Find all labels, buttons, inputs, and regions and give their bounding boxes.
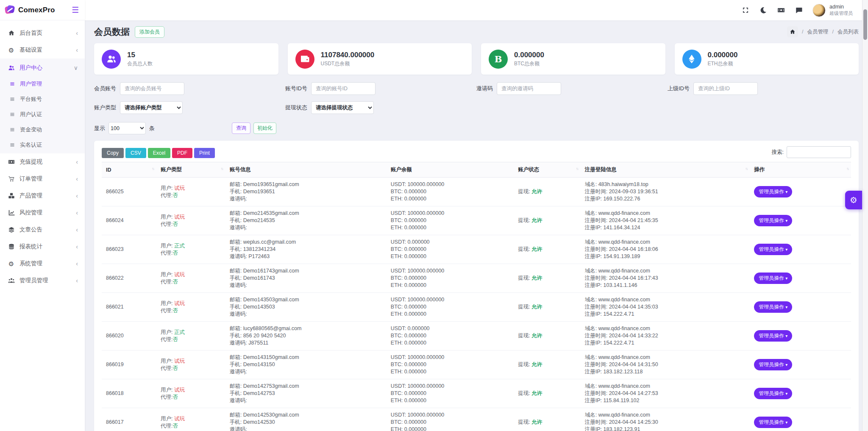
page-size-select[interactable]: 100: [108, 122, 146, 134]
breadcrumb-member-management[interactable]: 会员管理: [807, 28, 829, 36]
pdf-button[interactable]: PDF: [172, 148, 192, 158]
unit-label: 条: [149, 125, 155, 132]
cell-balance: USDT: 0.000000 BTC: 0.000000 ETH: 0.0000…: [387, 322, 514, 350]
app-root: ComexPro ☰ 后台首页 ‹ ⚙ 基础设置 ‹ 用户中心 ∨: [0, 0, 868, 431]
admin-action-button[interactable]: 管理员操作▾: [754, 273, 792, 284]
settings-fab-gear-icon[interactable]: ⚙: [845, 191, 862, 209]
column-header-account-type[interactable]: 账户类型↑↓: [156, 162, 225, 178]
sidebar: ComexPro ☰ 后台首页 ‹ ⚙ 基础设置 ‹ 用户中心 ∨: [0, 0, 85, 431]
register-ip-value: 183.182.123.118: [603, 369, 643, 375]
account-id-label: 账号ID号: [285, 85, 307, 92]
cell-account-type: 用户: 试玩 代理:否: [156, 178, 225, 206]
search-input[interactable]: [787, 146, 851, 158]
sidebar-item-articles[interactable]: 文章公告 ‹: [0, 221, 85, 238]
admin-action-button[interactable]: 管理员操作▾: [754, 388, 792, 399]
user-type-value: 试玩: [174, 272, 185, 278]
print-button[interactable]: Print: [194, 148, 215, 158]
withdraw-status-value: 允许: [531, 333, 542, 339]
sidebar-item-user-verification[interactable]: 用户认证: [0, 107, 85, 122]
query-button[interactable]: 查询: [232, 122, 250, 134]
withdraw-status-select[interactable]: 请选择提现状态: [311, 101, 374, 114]
invite-code-label: 邀请码: [476, 85, 493, 92]
admin-action-button[interactable]: 管理员操作▾: [754, 301, 792, 313]
agent-value: 否: [173, 394, 178, 400]
users-icon: [102, 50, 121, 69]
cell-account-info: 邮箱: Demo214535gmail.com 手机: Demo214535 邀…: [225, 206, 387, 235]
cubes-icon: [8, 192, 15, 200]
parent-id-input[interactable]: [693, 82, 758, 95]
agent-value: 否: [173, 250, 178, 256]
menu-toggle-icon[interactable]: ☰: [72, 5, 79, 15]
sidebar-item-product-management[interactable]: 产品管理 ‹: [0, 187, 85, 204]
list-icon: [8, 111, 16, 118]
phone-value: Demo214535: [243, 217, 275, 223]
sort-icon[interactable]: ↑↓: [221, 167, 223, 171]
scrollbar-thumb[interactable]: [863, 9, 867, 40]
email-value: Demo214535gmail.com: [243, 210, 299, 216]
cell-actions: 管理员操作▾: [750, 264, 851, 293]
page-scrollbar[interactable]: [862, 0, 868, 431]
register-time-value: 2024-04-04 14:31:50: [609, 361, 658, 367]
account-id-input[interactable]: [311, 82, 376, 95]
column-header-id[interactable]: ID↑↓: [102, 162, 156, 178]
admin-action-button[interactable]: 管理员操作▾: [754, 417, 792, 428]
sidebar-item-system-management[interactable]: ⚙ 系统管理 ‹: [0, 255, 85, 272]
usdt-value: 0.000000: [407, 239, 429, 245]
account-type-select[interactable]: 请选择账户类型: [120, 101, 183, 114]
chevron-left-icon: ‹: [76, 244, 78, 250]
invite-code-input[interactable]: [497, 82, 561, 95]
btc-value: 0.000000: [404, 304, 426, 310]
csv-button[interactable]: CSV: [125, 148, 146, 158]
member-account-input[interactable]: [120, 82, 184, 95]
register-time-value: 2024-09-03 19:36:51: [609, 189, 658, 195]
copy-button[interactable]: Copy: [102, 148, 124, 158]
breadcrumb-home-icon[interactable]: [787, 26, 798, 37]
excel-button[interactable]: Excel: [148, 148, 170, 158]
cell-account-type: 用户: 试玩 代理:否: [156, 408, 225, 431]
sort-icon[interactable]: ↑↓: [576, 167, 578, 171]
column-header-status[interactable]: 账户状态↑↓: [514, 162, 580, 178]
sidebar-item-admin-management[interactable]: 管理员管理 ‹: [0, 272, 85, 289]
add-member-button[interactable]: 添加会员: [135, 26, 164, 38]
moon-icon[interactable]: [759, 6, 768, 14]
brand[interactable]: ComexPro: [5, 5, 55, 15]
chevron-down-icon: ∨: [74, 65, 78, 71]
admin-action-button[interactable]: 管理员操作▾: [754, 186, 792, 197]
reset-button[interactable]: 初始化: [253, 122, 276, 134]
column-header-actions[interactable]: 操作↑↓: [750, 162, 851, 178]
sort-icon[interactable]: ↑↓: [745, 167, 747, 171]
sidebar-item-realname-verification[interactable]: 实名认证: [0, 137, 85, 153]
cell-id: 866022: [102, 264, 156, 293]
admin-action-button[interactable]: 管理员操作▾: [754, 330, 792, 342]
fullscreen-icon[interactable]: [741, 6, 750, 14]
admin-action-button[interactable]: 管理员操作▾: [754, 244, 792, 255]
sidebar-item-deposit-withdraw[interactable]: 充值提现 ‹: [0, 153, 85, 170]
column-header-register-info[interactable]: 注册登陆信息↑↓: [581, 162, 750, 178]
sidebar-item-dashboard[interactable]: 后台首页 ‹: [0, 25, 85, 42]
cell-actions: 管理员操作▾: [750, 206, 851, 235]
sidebar-item-label: 基础设置: [19, 46, 42, 54]
chat-icon[interactable]: [795, 6, 803, 14]
sidebar-item-order-management[interactable]: 订单管理 ‹: [0, 170, 85, 187]
sidebar-item-user-center[interactable]: 用户中心 ∨: [0, 59, 85, 76]
domain-value: www.qdd-finance.com: [598, 325, 650, 331]
sidebar-item-platform-accounts[interactable]: 平台账号: [0, 92, 85, 107]
sidebar-item-risk-management[interactable]: 风控管理 ‹: [0, 204, 85, 221]
sort-icon[interactable]: ↑↓: [152, 167, 154, 171]
phone-value: 13812341234: [243, 246, 275, 252]
money-icon[interactable]: [777, 6, 785, 14]
list-icon: [8, 96, 16, 103]
cell-actions: 管理员操作▾: [750, 350, 851, 379]
sidebar-item-basic-settings[interactable]: ⚙ 基础设置 ‹: [0, 42, 85, 58]
user-menu[interactable]: admin 超级管理员: [812, 4, 853, 17]
register-ip-value: 103.141.1.146: [603, 282, 637, 288]
usdt-value: 100000.000000: [407, 354, 444, 360]
admin-action-button[interactable]: 管理员操作▾: [754, 215, 792, 226]
sort-icon[interactable]: ↑↓: [846, 167, 849, 171]
cell-account-type: 用户: 试玩 代理:否: [156, 206, 225, 235]
sidebar-item-user-management[interactable]: 用户管理: [0, 76, 85, 92]
breadcrumb-member-list[interactable]: 会员列表: [837, 28, 859, 36]
sidebar-item-fund-changes[interactable]: 资金变动: [0, 122, 85, 137]
admin-action-button[interactable]: 管理员操作▾: [754, 359, 792, 370]
sidebar-item-reports[interactable]: 报表统计 ‹: [0, 238, 85, 255]
